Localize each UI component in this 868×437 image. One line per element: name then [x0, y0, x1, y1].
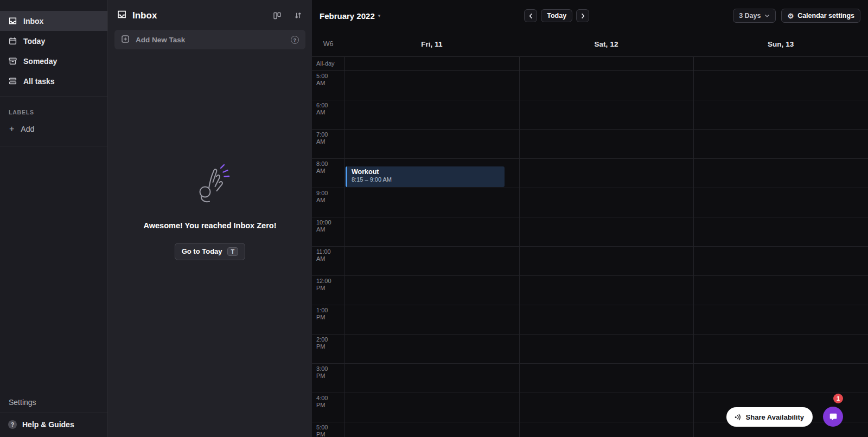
all-day-cell[interactable] — [693, 57, 868, 70]
add-label-button[interactable]: + Add — [0, 118, 107, 140]
event-time-range: 8:15 – 9:00 AM — [352, 176, 500, 183]
calendar-slot[interactable] — [344, 305, 519, 334]
settings-button[interactable]: Settings — [0, 392, 107, 413]
sidebar-bottom: Settings ? Help & Guides — [0, 392, 107, 437]
time-label: 10:00 AM — [312, 217, 344, 246]
day-number: 11 — [435, 40, 442, 48]
calendar-header-controls: 3 Days ⚙ Calendar settings — [733, 9, 860, 23]
hour-row: 10:00 AM — [312, 217, 868, 247]
add-task-plus-icon — [121, 35, 130, 45]
hour-row: 3:00 PM — [312, 364, 868, 393]
calendar-slot[interactable] — [519, 188, 694, 217]
next-button[interactable] — [576, 9, 589, 22]
board-view-icon[interactable] — [272, 10, 283, 21]
calendar-slot[interactable] — [693, 217, 868, 246]
labels-section-header: LABELS — [0, 102, 107, 118]
plus-icon: + — [9, 124, 14, 134]
calendar-slot[interactable] — [344, 276, 519, 305]
calendar-slot[interactable] — [344, 335, 519, 363]
all-day-row: All-day — [312, 56, 868, 71]
chat-notification-badge: 1 — [833, 394, 843, 403]
calendar-slot[interactable] — [693, 100, 868, 129]
calendar-slot[interactable] — [519, 217, 694, 246]
calendar-slot[interactable] — [519, 393, 694, 422]
month-selector[interactable]: February 2022 ▾ — [320, 11, 380, 21]
calendar-slot[interactable] — [519, 305, 694, 334]
sort-icon[interactable] — [292, 10, 303, 21]
sidebar-item-all-tasks[interactable]: All tasks — [0, 71, 107, 91]
calendar-slot[interactable] — [519, 364, 694, 393]
today-button[interactable]: Today — [541, 9, 572, 22]
calendar-event-workout[interactable]: Workout 8:15 – 9:00 AM — [346, 166, 505, 187]
all-day-cell[interactable] — [344, 57, 519, 70]
today-button-label: Today — [547, 12, 566, 20]
share-availability-button[interactable]: Share Availability — [726, 407, 813, 427]
calendar-slot[interactable] — [344, 130, 519, 158]
calendar-slot[interactable] — [519, 71, 694, 100]
calendar-slot[interactable] — [344, 100, 519, 129]
panel-title: Inbox — [132, 10, 157, 21]
add-new-task-input[interactable]: Add New Task ? — [114, 30, 305, 49]
calendar-slot[interactable] — [693, 364, 868, 393]
calendar-slot[interactable] — [693, 71, 868, 100]
day-header-sat[interactable]: Sat,12 — [519, 40, 694, 48]
broadcast-icon — [733, 413, 742, 421]
calendar-slot[interactable] — [693, 247, 868, 275]
sidebar-divider — [0, 146, 107, 146]
sidebar-item-inbox[interactable]: Inbox — [0, 11, 107, 31]
calendar-slot[interactable] — [344, 217, 519, 246]
calendar-slot[interactable] — [519, 100, 694, 129]
calendar-slot[interactable] — [344, 422, 519, 437]
day-name: Fri, — [421, 40, 432, 48]
inbox-icon — [8, 16, 17, 25]
calendar-slot[interactable] — [519, 159, 694, 188]
calendar-slot[interactable] — [344, 393, 519, 422]
calendar-slot[interactable] — [519, 422, 694, 437]
calendar-slot[interactable] — [344, 364, 519, 393]
chevron-down-icon — [764, 13, 770, 18]
prev-button[interactable] — [524, 9, 537, 22]
calendar-slot[interactable] — [344, 188, 519, 217]
calendar-slot[interactable] — [519, 335, 694, 363]
all-day-cell[interactable] — [519, 57, 694, 70]
day-number: 12 — [610, 40, 618, 48]
day-header-sun[interactable]: Sun,13 — [693, 40, 868, 48]
calendar-slot[interactable] — [693, 276, 868, 305]
time-label: 4:00 PM — [312, 393, 344, 422]
hour-row: 11:00 AM — [312, 247, 868, 276]
calendar-settings-button[interactable]: ⚙ Calendar settings — [781, 9, 860, 23]
day-header-row: W6 Fri,11 Sat,12 Sun,13 — [312, 31, 868, 56]
calendar-slot[interactable] — [693, 159, 868, 188]
calendar-slot[interactable] — [519, 130, 694, 158]
panel-actions — [272, 10, 303, 21]
sidebar-item-today[interactable]: Today — [0, 31, 107, 51]
inbox-zero-empty-state: Awesome! You reached Inbox Zero! Go to T… — [108, 49, 312, 372]
calendar-nav: Today — [524, 9, 589, 22]
app-root: Inbox Today Someday All tasks — [0, 0, 868, 437]
hour-row: 9:00 AM — [312, 188, 868, 217]
calendar-slot[interactable] — [693, 335, 868, 363]
chat-launcher-button[interactable] — [823, 407, 843, 427]
help-guides-button[interactable]: ? Help & Guides — [0, 413, 107, 437]
help-icon[interactable]: ? — [291, 36, 299, 44]
view-selector-dropdown[interactable]: 3 Days — [733, 9, 776, 23]
hour-row: 7:00 AM — [312, 130, 868, 159]
shortcut-key-badge: T — [227, 247, 239, 256]
time-label: 7:00 AM — [312, 130, 344, 158]
day-name: Sun, — [768, 40, 783, 48]
calendar-slot[interactable] — [519, 276, 694, 305]
sidebar-item-someday[interactable]: Someday — [0, 51, 107, 71]
hour-row: 2:00 PM — [312, 335, 868, 364]
inbox-panel-header: Inbox — [108, 0, 312, 29]
go-to-today-button[interactable]: Go to Today T — [175, 243, 246, 260]
calendar-slot[interactable] — [693, 188, 868, 217]
calendar-slot[interactable] — [344, 247, 519, 275]
calendar-slot[interactable] — [693, 130, 868, 158]
calendar-slot[interactable] — [344, 71, 519, 100]
calendar-slot[interactable] — [519, 247, 694, 275]
inbox-panel: Inbox Add New Task ? — [108, 0, 312, 437]
calendar-slot[interactable] — [693, 305, 868, 334]
day-header-fri[interactable]: Fri,11 — [344, 40, 519, 48]
time-label: 5:00 PM — [312, 422, 344, 437]
gear-icon: ⚙ — [787, 12, 794, 20]
